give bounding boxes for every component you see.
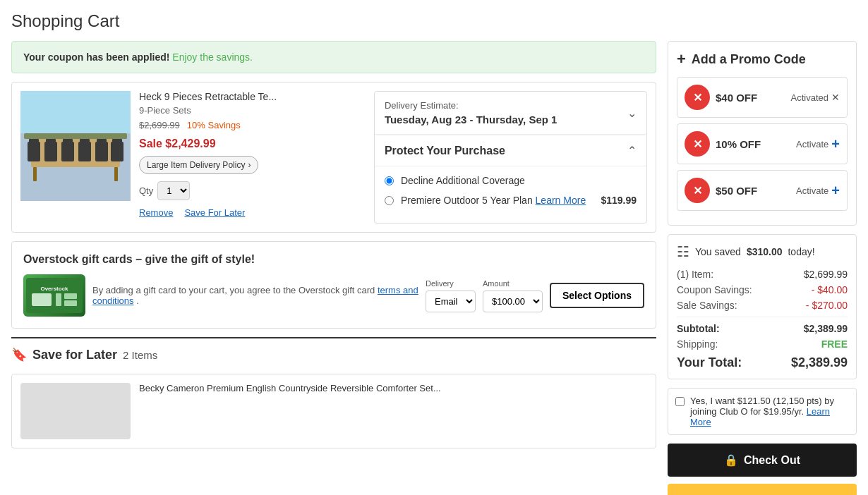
svg-rect-8 bbox=[63, 139, 73, 143]
savings-amount-value: $310.00 bbox=[747, 246, 783, 257]
svg-rect-1 bbox=[24, 133, 127, 139]
promo-50off-add-icon[interactable]: + bbox=[831, 183, 840, 199]
svg-rect-24 bbox=[56, 293, 61, 306]
premiere-plan-option[interactable]: Premiere Outdoor 5 Year Plan Learn More … bbox=[385, 195, 637, 206]
sale-savings-label: Sale Savings: bbox=[677, 300, 737, 311]
premiere-plan-radio[interactable] bbox=[385, 196, 394, 205]
qty-label: Qty bbox=[139, 185, 153, 196]
svg-rect-11 bbox=[95, 142, 108, 161]
learn-more-link[interactable]: Learn More bbox=[536, 195, 586, 206]
club-o-section: Yes, I want $121.50 (12,150 pts) by join… bbox=[668, 388, 857, 435]
savings-icon: ☷ bbox=[677, 243, 689, 260]
promo-item-40off: ✕ $40 OFF Activated ✕ bbox=[677, 77, 848, 118]
promo-badge-x-icon: ✕ bbox=[693, 91, 702, 104]
chevron-right-icon: › bbox=[248, 160, 251, 170]
summary-total: Your Total: $2,389.99 bbox=[677, 355, 848, 370]
svg-rect-4 bbox=[29, 139, 39, 143]
svg-rect-15 bbox=[33, 167, 37, 181]
item-variant: 9-Piece Sets bbox=[139, 105, 366, 116]
item-count-label: (1) Item: bbox=[677, 269, 713, 280]
saved-item-name: Becky Cameron Premium English Countrysid… bbox=[139, 383, 441, 439]
promo-10off-add-icon[interactable]: + bbox=[831, 136, 840, 152]
protect-header[interactable]: Protect Your Purchase ⌃ bbox=[375, 135, 646, 166]
promo-50off-activate[interactable]: Activate + bbox=[796, 183, 840, 199]
select-options-button[interactable]: Select Options bbox=[550, 283, 644, 308]
lock-icon: 🔒 bbox=[724, 453, 738, 467]
paypal-button[interactable]: P ay PayPal bbox=[668, 484, 857, 495]
gift-cards-title-bold: Overstock gift cards bbox=[23, 253, 133, 265]
promo-plus-icon: + bbox=[677, 50, 686, 68]
amount-select-wrap: Amount $100.00 bbox=[483, 279, 543, 312]
promo-50off-label: $50 OFF bbox=[716, 185, 790, 197]
svg-rect-23 bbox=[32, 293, 52, 306]
item-name: Heck 9 Pieces Retractable Te... bbox=[139, 91, 366, 102]
coupon-sub-text: Enjoy the savings. bbox=[172, 51, 253, 63]
delivery-select-label: Delivery bbox=[426, 279, 476, 288]
delivery-select[interactable]: Email bbox=[426, 291, 476, 312]
decline-coverage-label: Decline Additional Coverage bbox=[401, 175, 525, 186]
promo-header: + Add a Promo Code bbox=[677, 50, 848, 68]
club-o-text: Yes, I want $121.50 (12,150 pts) by join… bbox=[690, 396, 849, 427]
promo-header-label: Add a Promo Code bbox=[692, 52, 806, 67]
promo-40off-status: Activated ✕ bbox=[791, 92, 840, 103]
svg-rect-25 bbox=[64, 293, 77, 299]
shipping-value: FREE bbox=[821, 338, 848, 350]
large-item-delivery-button[interactable]: Large Item Delivery Policy › bbox=[139, 156, 258, 174]
gift-cards-title-rest: – give the gift of style! bbox=[135, 253, 255, 265]
bookmark-icon: 🔖 bbox=[11, 347, 27, 362]
gift-card-text: By adding a gift card to your cart, you … bbox=[92, 285, 418, 306]
coupon-bold-text: Your coupon has been applied! bbox=[23, 51, 169, 63]
promo-badge-10off: ✕ bbox=[685, 131, 710, 157]
svg-text:Overstock: Overstock bbox=[40, 286, 68, 292]
svg-rect-20 bbox=[20, 91, 131, 133]
svg-rect-13 bbox=[111, 142, 123, 161]
promo-40off-remove-icon[interactable]: ✕ bbox=[831, 92, 840, 103]
svg-rect-5 bbox=[44, 142, 57, 161]
premiere-plan-label: Premiere Outdoor 5 Year Plan bbox=[401, 195, 533, 206]
amount-select-label: Amount bbox=[483, 279, 543, 288]
remove-button[interactable]: Remove bbox=[139, 207, 173, 218]
large-item-label: Large Item Delivery Policy bbox=[147, 160, 245, 170]
shipping-label: Shipping: bbox=[677, 338, 718, 350]
protect-title: Protect Your Purchase bbox=[385, 145, 505, 157]
save-for-later-button[interactable]: Save For Later bbox=[184, 207, 245, 218]
savings-today-suffix: today! bbox=[788, 246, 814, 257]
summary-coupon-savings: Coupon Savings: - $40.00 bbox=[677, 284, 848, 295]
item-details: Heck 9 Pieces Retractable Te... 9-Piece … bbox=[139, 91, 366, 224]
promo-10off-status-text: Activate bbox=[796, 139, 828, 149]
save-later-count: 2 Items bbox=[123, 349, 157, 361]
save-later-title: Save for Later bbox=[32, 348, 117, 362]
svg-rect-26 bbox=[64, 300, 77, 306]
coupon-banner: Your coupon has been applied! Enjoy the … bbox=[11, 41, 656, 73]
original-price: $2,699.99 bbox=[139, 120, 180, 130]
gift-cards-section: Overstock gift cards – give the gift of … bbox=[11, 241, 656, 329]
qty-select[interactable]: 1 2 3 bbox=[157, 181, 190, 200]
svg-rect-16 bbox=[114, 167, 118, 181]
svg-rect-6 bbox=[46, 139, 56, 143]
protect-body: Decline Additional Coverage Premiere Out… bbox=[375, 166, 646, 223]
promo-section: + Add a Promo Code ✕ $40 OFF Activated ✕ bbox=[668, 41, 857, 226]
svg-rect-9 bbox=[78, 142, 91, 161]
savings-today: ☷ You saved $310.00 today! bbox=[677, 243, 848, 260]
promo-badge-x-icon-2: ✕ bbox=[693, 138, 702, 151]
savings-pct: 10% Savings bbox=[187, 120, 241, 130]
promo-10off-label: 10% OFF bbox=[716, 138, 790, 150]
promo-badge-50off: ✕ bbox=[685, 178, 710, 203]
summary-shipping: Shipping: FREE bbox=[677, 338, 848, 350]
promo-10off-activate[interactable]: Activate + bbox=[796, 136, 840, 152]
delivery-date: Tuesday, Aug 23 - Thursday, Sep 1 bbox=[385, 114, 557, 126]
svg-rect-3 bbox=[28, 142, 40, 161]
saved-item-image bbox=[20, 383, 131, 439]
decline-coverage-option[interactable]: Decline Additional Coverage bbox=[385, 175, 637, 186]
svg-rect-12 bbox=[97, 139, 107, 143]
summary-subtotal: Subtotal: $2,389.99 bbox=[677, 323, 848, 334]
club-o-checkbox[interactable] bbox=[675, 397, 685, 406]
promo-badge-x-icon-3: ✕ bbox=[693, 184, 702, 197]
decline-coverage-radio[interactable] bbox=[385, 176, 394, 185]
protect-panel: Protect Your Purchase ⌃ Decline Addition… bbox=[375, 135, 646, 223]
delivery-email-wrap: Delivery Email bbox=[426, 279, 476, 312]
sale-savings-value: - $270.00 bbox=[806, 300, 848, 311]
checkout-button[interactable]: 🔒 Check Out bbox=[668, 444, 857, 477]
promo-40off-status-text: Activated bbox=[791, 92, 828, 103]
amount-select[interactable]: $100.00 bbox=[483, 291, 543, 312]
